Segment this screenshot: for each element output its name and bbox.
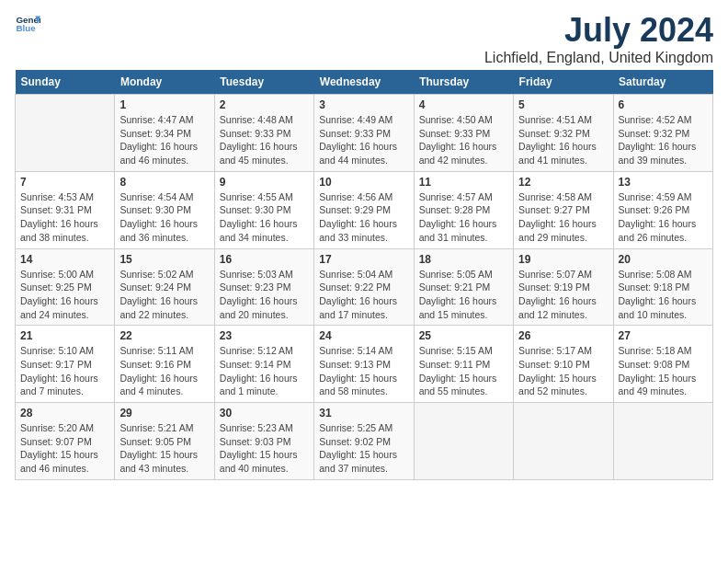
table-row: 26Sunrise: 5:17 AM Sunset: 9:10 PM Dayli… [514, 326, 613, 403]
day-info: Sunrise: 4:49 AM Sunset: 9:33 PM Dayligh… [319, 113, 408, 167]
table-row: 25Sunrise: 5:15 AM Sunset: 9:11 PM Dayli… [414, 326, 513, 403]
day-info: Sunrise: 4:54 AM Sunset: 9:30 PM Dayligh… [119, 190, 209, 245]
day-info: Sunrise: 5:18 AM Sunset: 9:08 PM Dayligh… [619, 344, 708, 398]
day-info: Sunrise: 4:53 AM Sunset: 9:31 PM Dayligh… [20, 190, 109, 245]
col-monday: Monday [115, 70, 214, 95]
day-number: 1 [119, 98, 209, 111]
day-number: 27 [619, 329, 708, 342]
day-info: Sunrise: 5:25 AM Sunset: 9:02 PM Dayligh… [319, 421, 408, 476]
table-row: 16Sunrise: 5:03 AM Sunset: 9:23 PM Dayli… [214, 248, 313, 326]
day-number: 17 [319, 253, 408, 266]
day-number: 14 [20, 253, 109, 266]
day-number: 5 [518, 98, 608, 111]
col-wednesday: Wednesday [314, 70, 414, 95]
day-info: Sunrise: 5:08 AM Sunset: 9:18 PM Dayligh… [619, 268, 708, 322]
calendar-week-row: 1Sunrise: 4:47 AM Sunset: 9:34 PM Daylig… [16, 95, 713, 172]
table-row: 18Sunrise: 5:05 AM Sunset: 9:21 PM Dayli… [414, 248, 513, 326]
table-row: 3Sunrise: 4:49 AM Sunset: 9:33 PM Daylig… [314, 95, 414, 172]
day-number: 22 [119, 329, 209, 342]
day-number: 30 [220, 407, 309, 419]
day-info: Sunrise: 4:57 AM Sunset: 9:28 PM Dayligh… [419, 190, 508, 245]
day-info: Sunrise: 4:59 AM Sunset: 9:26 PM Dayligh… [619, 190, 708, 245]
day-info: Sunrise: 4:55 AM Sunset: 9:30 PM Dayligh… [220, 190, 309, 245]
table-row: 7Sunrise: 4:53 AM Sunset: 9:31 PM Daylig… [16, 171, 115, 248]
table-row: 2Sunrise: 4:48 AM Sunset: 9:33 PM Daylig… [214, 95, 313, 172]
day-number: 7 [20, 176, 109, 189]
calendar-table: Sunday Monday Tuesday Wednesday Thursday… [15, 70, 713, 480]
table-row: 29Sunrise: 5:21 AM Sunset: 9:05 PM Dayli… [115, 403, 214, 480]
logo-icon: General Blue [15, 11, 40, 37]
table-row [414, 403, 513, 480]
day-number: 12 [518, 176, 608, 189]
table-row: 21Sunrise: 5:10 AM Sunset: 9:17 PM Dayli… [16, 326, 115, 403]
day-info: Sunrise: 4:51 AM Sunset: 9:32 PM Dayligh… [518, 113, 608, 167]
day-info: Sunrise: 5:17 AM Sunset: 9:10 PM Dayligh… [518, 344, 608, 398]
table-row: 1Sunrise: 4:47 AM Sunset: 9:34 PM Daylig… [115, 95, 214, 172]
day-info: Sunrise: 5:23 AM Sunset: 9:03 PM Dayligh… [220, 421, 309, 476]
day-info: Sunrise: 5:14 AM Sunset: 9:13 PM Dayligh… [319, 344, 408, 398]
table-row: 15Sunrise: 5:02 AM Sunset: 9:24 PM Dayli… [115, 248, 214, 326]
day-number: 20 [619, 253, 708, 266]
day-number: 10 [319, 176, 408, 189]
page-header: General Blue July 2024 Lichfield, Englan… [15, 11, 713, 66]
day-info: Sunrise: 5:20 AM Sunset: 9:07 PM Dayligh… [20, 421, 109, 476]
day-info: Sunrise: 4:48 AM Sunset: 9:33 PM Dayligh… [220, 113, 309, 167]
title-block: July 2024 Lichfield, England, United Kin… [484, 11, 713, 66]
day-info: Sunrise: 5:07 AM Sunset: 9:19 PM Dayligh… [518, 268, 608, 322]
day-number: 21 [20, 329, 109, 342]
day-info: Sunrise: 4:47 AM Sunset: 9:34 PM Dayligh… [119, 113, 209, 167]
table-row: 27Sunrise: 5:18 AM Sunset: 9:08 PM Dayli… [613, 326, 712, 403]
table-row: 8Sunrise: 4:54 AM Sunset: 9:30 PM Daylig… [115, 171, 214, 248]
day-number: 26 [518, 329, 608, 342]
calendar-header-row: Sunday Monday Tuesday Wednesday Thursday… [16, 70, 713, 95]
day-number: 23 [220, 329, 309, 342]
table-row: 6Sunrise: 4:52 AM Sunset: 9:32 PM Daylig… [613, 95, 712, 172]
day-number: 19 [518, 253, 608, 266]
day-number: 9 [220, 176, 309, 189]
day-info: Sunrise: 5:05 AM Sunset: 9:21 PM Dayligh… [419, 268, 508, 322]
day-number: 29 [119, 407, 209, 419]
calendar-week-row: 28Sunrise: 5:20 AM Sunset: 9:07 PM Dayli… [16, 403, 713, 480]
day-info: Sunrise: 5:00 AM Sunset: 9:25 PM Dayligh… [20, 268, 109, 322]
day-number: 13 [619, 176, 708, 189]
logo: General Blue [15, 11, 40, 37]
day-info: Sunrise: 4:52 AM Sunset: 9:32 PM Dayligh… [619, 113, 708, 167]
day-info: Sunrise: 5:15 AM Sunset: 9:11 PM Dayligh… [419, 344, 508, 398]
table-row: 12Sunrise: 4:58 AM Sunset: 9:27 PM Dayli… [514, 171, 613, 248]
table-row: 17Sunrise: 5:04 AM Sunset: 9:22 PM Dayli… [314, 248, 414, 326]
day-number: 3 [319, 98, 408, 111]
table-row: 13Sunrise: 4:59 AM Sunset: 9:26 PM Dayli… [613, 171, 712, 248]
day-number: 6 [619, 98, 708, 111]
table-row: 19Sunrise: 5:07 AM Sunset: 9:19 PM Dayli… [514, 248, 613, 326]
table-row: 14Sunrise: 5:00 AM Sunset: 9:25 PM Dayli… [16, 248, 115, 326]
page-subtitle: Lichfield, England, United Kingdom [484, 50, 713, 66]
table-row: 24Sunrise: 5:14 AM Sunset: 9:13 PM Dayli… [314, 326, 414, 403]
table-row: 20Sunrise: 5:08 AM Sunset: 9:18 PM Dayli… [613, 248, 712, 326]
day-number: 28 [20, 407, 109, 419]
col-thursday: Thursday [414, 70, 513, 95]
day-number: 24 [319, 329, 408, 342]
col-tuesday: Tuesday [214, 70, 313, 95]
col-sunday: Sunday [16, 70, 115, 95]
calendar-week-row: 7Sunrise: 4:53 AM Sunset: 9:31 PM Daylig… [16, 171, 713, 248]
calendar-week-row: 14Sunrise: 5:00 AM Sunset: 9:25 PM Dayli… [16, 248, 713, 326]
table-row [514, 403, 613, 480]
day-number: 16 [220, 253, 309, 266]
day-number: 18 [419, 253, 508, 266]
table-row: 4Sunrise: 4:50 AM Sunset: 9:33 PM Daylig… [414, 95, 513, 172]
calendar-week-row: 21Sunrise: 5:10 AM Sunset: 9:17 PM Dayli… [16, 326, 713, 403]
day-info: Sunrise: 5:04 AM Sunset: 9:22 PM Dayligh… [319, 268, 408, 322]
day-info: Sunrise: 4:56 AM Sunset: 9:29 PM Dayligh… [319, 190, 408, 245]
day-info: Sunrise: 5:12 AM Sunset: 9:14 PM Dayligh… [220, 344, 309, 398]
table-row [613, 403, 712, 480]
table-row: 11Sunrise: 4:57 AM Sunset: 9:28 PM Dayli… [414, 171, 513, 248]
day-info: Sunrise: 5:10 AM Sunset: 9:17 PM Dayligh… [20, 344, 109, 398]
day-info: Sunrise: 5:21 AM Sunset: 9:05 PM Dayligh… [119, 421, 209, 476]
day-number: 4 [419, 98, 508, 111]
day-number: 11 [419, 176, 508, 189]
day-info: Sunrise: 5:11 AM Sunset: 9:16 PM Dayligh… [119, 344, 209, 398]
day-number: 25 [419, 329, 508, 342]
day-info: Sunrise: 4:58 AM Sunset: 9:27 PM Dayligh… [518, 190, 608, 245]
table-row: 9Sunrise: 4:55 AM Sunset: 9:30 PM Daylig… [214, 171, 313, 248]
table-row: 31Sunrise: 5:25 AM Sunset: 9:02 PM Dayli… [314, 403, 414, 480]
